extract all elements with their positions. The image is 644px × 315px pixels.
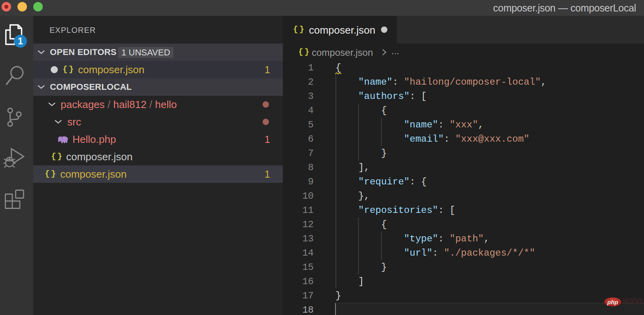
svg-text:php: php: [607, 299, 618, 306]
svg-text:1: 1: [18, 36, 23, 46]
